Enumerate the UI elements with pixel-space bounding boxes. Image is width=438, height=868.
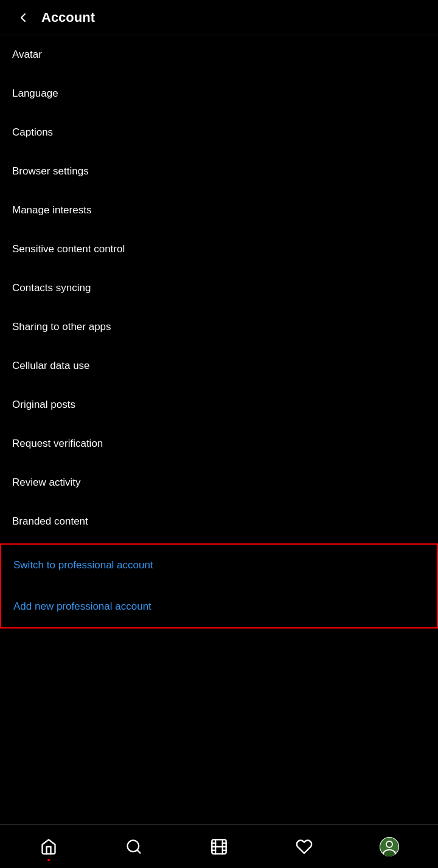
menu-item-original-posts[interactable]: Original posts: [0, 385, 438, 424]
menu-item-cellular-data[interactable]: Cellular data use: [0, 346, 438, 385]
content-area: Avatar Language Captions Browser setting…: [0, 35, 438, 680]
header: Account: [0, 0, 438, 35]
menu-list: Avatar Language Captions Browser setting…: [0, 35, 438, 541]
nav-home[interactable]: [30, 828, 67, 865]
reels-icon: [210, 838, 228, 855]
home-icon: [40, 838, 57, 855]
professional-section: Switch to professional account Add new p…: [0, 543, 438, 629]
menu-item-contacts-syncing[interactable]: Contacts syncing: [0, 269, 438, 308]
nav-search[interactable]: [116, 828, 152, 865]
bottom-nav: [0, 824, 438, 868]
menu-item-review-activity[interactable]: Review activity: [0, 463, 438, 502]
add-professional-button[interactable]: Add new professional account: [1, 586, 437, 627]
page-title: Account: [41, 10, 95, 26]
svg-point-12: [383, 850, 395, 856]
svg-point-11: [386, 841, 392, 847]
avatar: [380, 837, 399, 856]
menu-item-sharing-other-apps[interactable]: Sharing to other apps: [0, 308, 438, 346]
menu-item-language[interactable]: Language: [0, 74, 438, 113]
menu-item-captions[interactable]: Captions: [0, 113, 438, 152]
menu-item-branded-content[interactable]: Branded content: [0, 502, 438, 541]
nav-reels[interactable]: [201, 828, 237, 865]
nav-activity[interactable]: [286, 828, 322, 865]
menu-item-avatar[interactable]: Avatar: [0, 35, 438, 74]
menu-item-manage-interests[interactable]: Manage interests: [0, 191, 438, 230]
home-active-dot: [47, 859, 50, 861]
heart-icon: [296, 838, 313, 855]
search-icon: [125, 838, 142, 855]
menu-item-sensitive-content[interactable]: Sensitive content control: [0, 230, 438, 269]
nav-profile[interactable]: [371, 828, 408, 865]
svg-line-1: [137, 850, 140, 853]
switch-professional-button[interactable]: Switch to professional account: [1, 545, 437, 586]
menu-item-browser-settings[interactable]: Browser settings: [0, 152, 438, 191]
back-button[interactable]: [10, 4, 36, 31]
menu-item-request-verification[interactable]: Request verification: [0, 424, 438, 463]
